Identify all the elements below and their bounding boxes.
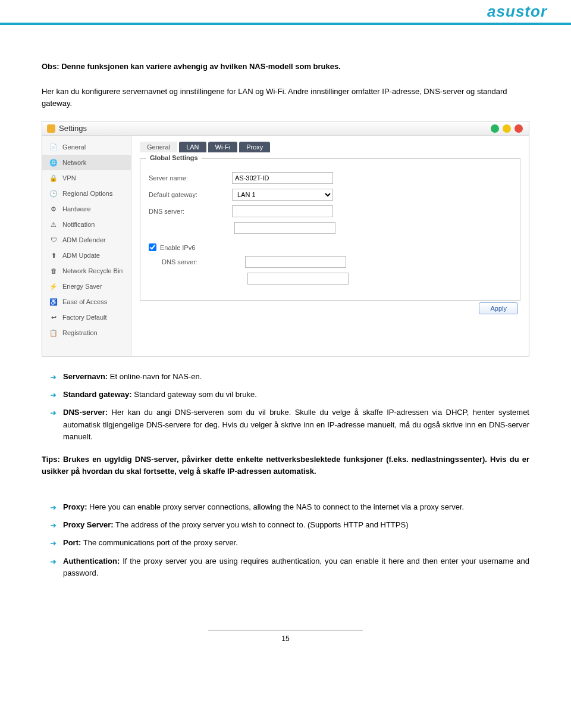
- bullet-list-1: Servernavn: Et online-navn for NAS-en.St…: [50, 371, 529, 443]
- close-icon[interactable]: [514, 124, 523, 133]
- sidebar-item-vpn-icon: 🔒: [49, 174, 58, 182]
- input-ipv6-dns-1[interactable]: [245, 256, 346, 268]
- sidebar-item-energy[interactable]: ⚡Energy Saver: [42, 279, 131, 294]
- tab-general[interactable]: General: [140, 142, 177, 152]
- bullet-text: Her kan du angi DNS-serveren som du vil …: [63, 408, 529, 440]
- sidebar-item-defender-label: ADM Defender: [62, 236, 106, 243]
- input-server-name[interactable]: [232, 172, 333, 184]
- sidebar-item-recycle[interactable]: 🗑Network Recycle Bin: [42, 263, 131, 279]
- list-item: Proxy: Here you can enable proxy server …: [50, 501, 529, 513]
- sidebar-item-regional[interactable]: 🕒Regional Options: [42, 186, 131, 201]
- row-default-gateway: Default gateway: LAN 1: [149, 189, 512, 201]
- sidebar-item-factory-label: Factory Default: [62, 314, 107, 321]
- sidebar-item-network-label: Network: [62, 159, 86, 166]
- bullet-text: Here you can enable proxy server connect…: [87, 502, 464, 511]
- bullet-bold: Proxy Server:: [63, 520, 114, 529]
- label-default-gateway: Default gateway:: [149, 191, 232, 198]
- sidebar-item-notification[interactable]: ⚠Notification: [42, 217, 131, 232]
- row-ipv6-dns-2: [162, 273, 512, 285]
- sidebar-item-hardware-label: Hardware: [62, 205, 91, 213]
- sidebar-item-network[interactable]: 🌐Network: [42, 155, 131, 170]
- tip-paragraph: Tips: Brukes en ugyldig DNS-server, påvi…: [42, 454, 529, 477]
- page-body: Obs: Denne funksjonen kan variere avheng…: [0, 25, 571, 667]
- settings-sidebar: 📄General🌐Network🔒VPN🕒Regional Options⚙Ha…: [42, 136, 131, 356]
- window-titlebar: Settings: [42, 121, 529, 136]
- row-ipv6-dns-1: DNS server:: [162, 256, 512, 268]
- sidebar-item-access-icon: ♿: [49, 298, 58, 306]
- sidebar-item-hardware-icon: ⚙: [49, 205, 58, 213]
- input-dns-1[interactable]: [232, 205, 333, 217]
- label-ipv6-dns: DNS server:: [162, 258, 245, 265]
- sidebar-item-vpn-label: VPN: [62, 174, 76, 182]
- page-header: asustor: [0, 0, 571, 25]
- sidebar-item-defender-icon: 🛡: [49, 236, 58, 244]
- tab-lan[interactable]: LAN: [179, 142, 206, 152]
- bullet-bold: Authentication:: [63, 557, 120, 565]
- sidebar-item-update[interactable]: ⬆ADM Update: [42, 248, 131, 263]
- list-item: Authentication: If the proxy server you …: [50, 555, 529, 579]
- select-default-gateway[interactable]: LAN 1: [232, 189, 333, 201]
- intro-note: Obs: Denne funksjonen kan variere avheng…: [42, 62, 341, 71]
- window-controls: [491, 124, 523, 133]
- sidebar-item-registration-label: Registration: [62, 329, 98, 336]
- bullet-text: If the proxy server you are using requir…: [63, 557, 529, 577]
- settings-window: Settings 📄General🌐Network🔒VPN🕒Regional O…: [42, 121, 529, 357]
- bullet-list-2: Proxy: Here you can enable proxy server …: [50, 501, 529, 579]
- settings-main-panel: GeneralLANWi-FiProxy Global Settings Ser…: [131, 136, 529, 356]
- bullet-bold: Servernavn:: [63, 372, 108, 381]
- apply-button[interactable]: Apply: [479, 302, 518, 314]
- label-dns: DNS server:: [149, 208, 232, 215]
- list-item: Servernavn: Et online-navn for NAS-en.: [50, 371, 529, 383]
- fieldset-legend: Global Settings: [146, 154, 202, 161]
- sidebar-item-access[interactable]: ♿Ease of Access: [42, 294, 131, 310]
- tab-wifi[interactable]: Wi-Fi: [208, 142, 238, 152]
- window-body: 📄General🌐Network🔒VPN🕒Regional Options⚙Ha…: [42, 136, 529, 356]
- gear-icon: [47, 124, 55, 133]
- bullet-text: Et online-navn for NAS-en.: [108, 372, 202, 381]
- sidebar-item-regional-label: Regional Options: [62, 190, 112, 197]
- sidebar-item-energy-icon: ⚡: [49, 282, 58, 290]
- row-dns-2: [149, 222, 512, 234]
- page-number: 15: [42, 627, 529, 643]
- checkbox-enable-ipv6[interactable]: [149, 243, 156, 251]
- sidebar-item-network-icon: 🌐: [49, 158, 58, 167]
- list-item: Standard gateway: Standard gateway som d…: [50, 389, 529, 401]
- sidebar-item-vpn[interactable]: 🔒VPN: [42, 170, 131, 186]
- sidebar-item-registration[interactable]: 📋Registration: [42, 325, 131, 340]
- sidebar-item-factory-icon: ↩: [49, 313, 58, 321]
- sidebar-item-registration-icon: 📋: [49, 329, 58, 337]
- input-dns-2[interactable]: [234, 222, 335, 234]
- window-title-text: Settings: [59, 124, 87, 133]
- tab-proxy[interactable]: Proxy: [239, 142, 270, 152]
- help-icon[interactable]: [491, 124, 499, 133]
- intro-paragraph: Obs: Denne funksjonen kan variere avheng…: [42, 61, 529, 110]
- sidebar-item-update-icon: ⬆: [49, 251, 58, 260]
- row-dns-1: DNS server:: [149, 205, 512, 217]
- sidebar-item-regional-icon: 🕒: [49, 189, 58, 198]
- minimize-icon[interactable]: [503, 124, 511, 133]
- bullet-bold: DNS-server:: [63, 408, 108, 417]
- label-enable-ipv6: Enable IPv6: [160, 244, 195, 251]
- input-ipv6-dns-2[interactable]: [247, 273, 349, 285]
- bullet-bold: Port:: [63, 538, 81, 547]
- bullet-text: Standard gateway som du vil bruke.: [132, 390, 257, 399]
- list-item: DNS-server: Her kan du angi DNS-serveren…: [50, 407, 529, 442]
- list-item: Proxy Server: The address of the proxy s…: [50, 519, 529, 531]
- brand-logo: asustor: [487, 2, 547, 21]
- bullet-bold: Standard gateway:: [63, 390, 132, 399]
- sidebar-item-defender[interactable]: 🛡ADM Defender: [42, 232, 131, 248]
- tab-bar: GeneralLANWi-FiProxy: [140, 142, 520, 152]
- sidebar-item-recycle-label: Network Recycle Bin: [62, 267, 123, 274]
- list-item: Port: The communications port of the pro…: [50, 537, 529, 549]
- bullet-text: The address of the proxy server you wish…: [114, 520, 409, 529]
- sidebar-item-hardware[interactable]: ⚙Hardware: [42, 201, 131, 217]
- global-settings-fieldset: Global Settings Server name: Default gat…: [140, 158, 520, 301]
- sidebar-item-recycle-icon: 🗑: [49, 267, 58, 275]
- sidebar-item-general[interactable]: 📄General: [42, 139, 131, 155]
- sidebar-item-factory[interactable]: ↩Factory Default: [42, 310, 131, 325]
- sidebar-item-general-label: General: [62, 143, 86, 151]
- sidebar-item-notification-label: Notification: [62, 221, 95, 228]
- sidebar-item-energy-label: Energy Saver: [62, 283, 102, 290]
- sidebar-item-general-icon: 📄: [49, 143, 58, 151]
- sidebar-item-update-label: ADM Update: [62, 252, 100, 259]
